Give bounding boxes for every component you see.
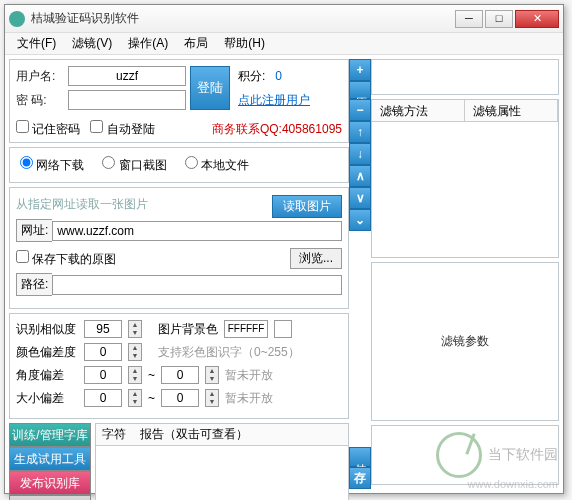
password-input[interactable] <box>68 90 186 110</box>
original-label: 原图 <box>349 81 371 99</box>
bgcolor-value[interactable]: FFFFFF <box>224 320 268 338</box>
double-down-button[interactable]: ⌄ <box>349 209 371 231</box>
preview-top <box>371 59 559 95</box>
login-button[interactable]: 登陆 <box>190 66 230 110</box>
bgcolor-label: 图片背景色 <box>158 321 218 338</box>
username-input[interactable] <box>68 66 186 86</box>
char-list[interactable] <box>96 446 348 500</box>
app-icon <box>9 11 25 27</box>
colordev-label: 颜色偏差度 <box>16 344 78 361</box>
angledev-input1[interactable] <box>84 366 122 384</box>
angledev-na: 暂未开放 <box>225 367 273 384</box>
char-header: 字符 <box>102 426 126 443</box>
menu-layout[interactable]: 布局 <box>176 33 216 54</box>
read-image-button[interactable]: 读取图片 <box>272 195 342 218</box>
filter-attr-header: 滤镜属性 <box>465 100 558 121</box>
similarity-label: 识别相似度 <box>16 321 78 338</box>
publish-button[interactable]: 发布识别库 <box>9 471 91 495</box>
similarity-spinner[interactable]: ▲▼ <box>128 320 142 338</box>
minimize-button[interactable]: ─ <box>455 10 483 28</box>
colordev-input[interactable] <box>84 343 122 361</box>
angledev-input2[interactable] <box>161 366 199 384</box>
username-label: 用户名: <box>16 68 64 85</box>
processed-label: 处理后 <box>349 447 371 467</box>
url-input[interactable] <box>52 221 342 241</box>
caret-up-button[interactable]: ∧ <box>349 165 371 187</box>
sizedev-na: 暂未开放 <box>225 390 273 407</box>
train-button[interactable]: 训练/管理字库 <box>9 423 91 447</box>
menubar: 文件(F) 滤镜(V) 操作(A) 布局 帮助(H) <box>5 33 563 55</box>
plus-button[interactable]: + <box>349 59 371 81</box>
up-arrow-button[interactable]: ↑ <box>349 121 371 143</box>
colordev-spinner[interactable]: ▲▼ <box>128 343 142 361</box>
points-value: 0 <box>275 69 282 83</box>
window-title: 桔城验证码识别软件 <box>31 10 453 27</box>
down-arrow-button[interactable]: ↓ <box>349 143 371 165</box>
register-link[interactable]: 点此注册用户 <box>238 92 342 109</box>
menu-filter[interactable]: 滤镜(V) <box>64 33 120 54</box>
report-header: 报告（双击可查看） <box>140 426 248 443</box>
watermark-logo-icon <box>436 432 482 478</box>
contact-text: 商务联系QQ:405861095 <box>212 121 342 138</box>
bgcolor-swatch[interactable] <box>274 320 292 338</box>
caret-down-button[interactable]: ∨ <box>349 187 371 209</box>
colordev-hint: 支持彩色图识字（0~255） <box>158 344 300 361</box>
url-label: 网址: <box>16 219 52 242</box>
minus-button[interactable]: − <box>349 99 371 121</box>
path-input[interactable] <box>52 275 342 295</box>
password-label: 密 码: <box>16 92 64 109</box>
download-hint: 从指定网址读取一张图片 <box>16 196 148 213</box>
angledev-label: 角度偏差 <box>16 367 78 384</box>
browse-button[interactable]: 浏览... <box>290 248 342 269</box>
close-button[interactable]: ✕ <box>515 10 559 28</box>
sizedev-label: 大小偏差 <box>16 390 78 407</box>
autologin-checkbox[interactable]: 自动登陆 <box>90 120 154 138</box>
filter-list[interactable] <box>372 122 558 257</box>
points-label: 积分: <box>238 69 265 83</box>
recognize-button[interactable]: 识别当前图 <box>9 495 91 500</box>
menu-file[interactable]: 文件(F) <box>9 33 64 54</box>
save-original-checkbox[interactable]: 保存下载的原图 <box>16 250 116 268</box>
watermark: 当下软件园 www.downxia.com <box>436 432 558 490</box>
sizedev-input2[interactable] <box>161 389 199 407</box>
radio-window-shot[interactable]: 窗口截图 <box>102 156 166 174</box>
generate-button[interactable]: 生成试用工具 <box>9 447 91 471</box>
filter-method-header: 滤镜方法 <box>372 100 465 121</box>
maximize-button[interactable]: □ <box>485 10 513 28</box>
path-label: 路径: <box>16 273 52 296</box>
titlebar: 桔城验证码识别软件 ─ □ ✕ <box>5 5 563 33</box>
menu-action[interactable]: 操作(A) <box>120 33 176 54</box>
similarity-input[interactable] <box>84 320 122 338</box>
radio-net-download[interactable]: 网络下载 <box>20 156 84 174</box>
filter-params-panel: 滤镜参数 <box>371 262 559 421</box>
menu-help[interactable]: 帮助(H) <box>216 33 273 54</box>
remember-checkbox[interactable]: 记住密码 <box>16 120 80 138</box>
radio-local-file[interactable]: 本地文件 <box>185 156 249 174</box>
sizedev-input1[interactable] <box>84 389 122 407</box>
save-button[interactable]: 存 <box>349 467 371 489</box>
